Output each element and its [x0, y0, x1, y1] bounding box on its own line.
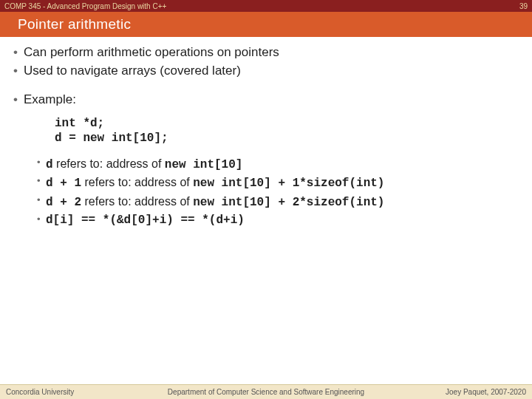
bullet-text: Can perform arithmetic operations on poi… [24, 44, 519, 61]
sub-bullet-item: • d + 2 refers to: address of new int[10… [37, 194, 519, 211]
bullet-item: • Can perform arithmetic operations on p… [13, 44, 519, 61]
sub-bullet-text: d + 1 refers to: address of new int[10] … [46, 174, 519, 192]
bullet-item: • Example: [13, 92, 519, 109]
sub-bullet-item: • d[i] == *(&d[0]+i) == *(d+i) [37, 213, 519, 229]
footer-left: Concordia University [6, 388, 74, 396]
bullet-dot: • [37, 156, 46, 174]
code-block: int *d; d = new int[10]; [55, 116, 519, 146]
slide-title-bar: Pointer arithmetic [0, 12, 532, 37]
bullet-dot: • [13, 44, 24, 61]
bullet-dot: • [37, 194, 46, 211]
footer-mid: Department of Computer Science and Softw… [168, 388, 364, 396]
course-label: COMP 345 - Advanced Program Design with … [4, 2, 166, 10]
top-bar: COMP 345 - Advanced Program Design with … [0, 0, 532, 12]
bullet-dot: • [13, 92, 24, 109]
page-number: 39 [519, 2, 528, 10]
sub-bullet-list: • d refers to: address of new int[10] • … [37, 156, 519, 228]
bullet-dot: • [13, 63, 24, 80]
bullet-dot: • [37, 213, 46, 229]
slide-content: • Can perform arithmetic operations on p… [0, 37, 532, 228]
sub-bullet-item: • d + 1 refers to: address of new int[10… [37, 174, 519, 192]
footer-right: Joey Paquet, 2007-2020 [446, 388, 526, 396]
example-label: Example: [24, 92, 519, 109]
bullet-dot: • [37, 174, 46, 192]
sub-bullet-item: • d refers to: address of new int[10] [37, 156, 519, 174]
slide-title: Pointer arithmetic [18, 16, 131, 33]
footer: Concordia University Department of Compu… [0, 384, 532, 399]
sub-bullet-text: d refers to: address of new int[10] [46, 156, 519, 174]
bullet-item: • Used to navigate arrays (covered later… [13, 63, 519, 80]
bullet-text: Used to navigate arrays (covered later) [24, 63, 519, 80]
sub-bullet-text: d + 2 refers to: address of new int[10] … [46, 194, 519, 211]
sub-bullet-text: d[i] == *(&d[0]+i) == *(d+i) [46, 213, 519, 229]
